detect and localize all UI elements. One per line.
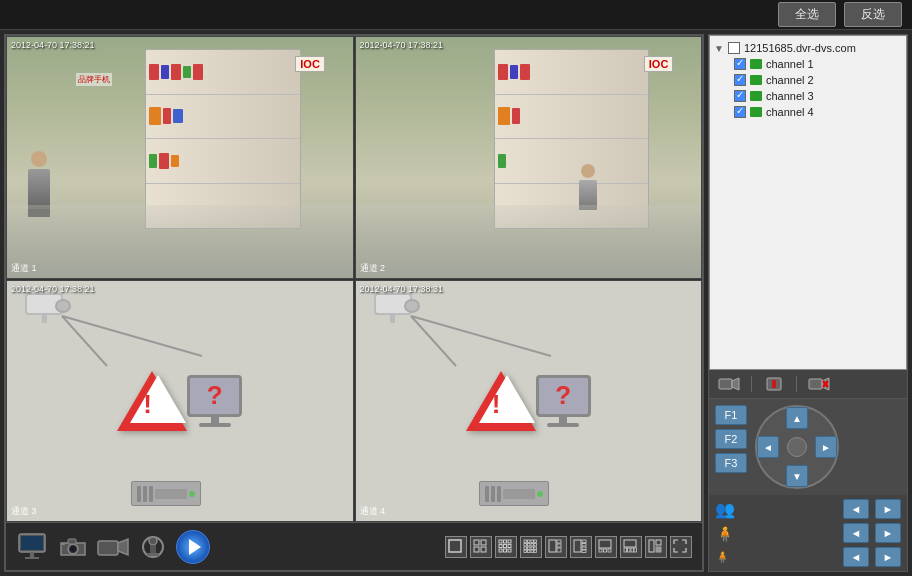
ptz-left-button[interactable]: ◄ (757, 436, 779, 458)
zoom-row-2: 🧍 ◄ ► (715, 523, 901, 543)
stop-icon[interactable] (760, 374, 788, 394)
zoom-out-2[interactable]: ► (875, 523, 901, 543)
sign-text: 品牌手机 (76, 73, 112, 86)
svg-rect-59 (604, 549, 607, 552)
svg-rect-12 (98, 541, 118, 555)
svg-rect-10 (68, 539, 76, 544)
svg-rect-50 (557, 544, 561, 547)
svg-rect-77 (809, 379, 822, 389)
video-panel: 2012-04-70 17:38:21 (4, 34, 704, 572)
video-cell-2[interactable]: 2012-04-70 17:38:21 (355, 36, 703, 279)
channel-item-3[interactable]: channel 3 (714, 88, 902, 104)
person-figure-2 (579, 164, 597, 210)
channel-item-2[interactable]: channel 2 (714, 72, 902, 88)
play-button[interactable] (176, 530, 210, 564)
channel-item-4[interactable]: channel 4 (714, 104, 902, 120)
layout-4x4[interactable] (520, 536, 542, 558)
ch1-cam-indicator (750, 59, 762, 69)
svg-rect-55 (582, 547, 586, 550)
ptz-right-button[interactable]: ► (815, 436, 837, 458)
layout-1x1[interactable] (445, 536, 467, 558)
ch4-cam-indicator (750, 107, 762, 117)
svg-rect-43 (534, 547, 537, 550)
tree-root-item[interactable]: ▼ 12151685.dvr-dvs.com (714, 40, 902, 56)
svg-rect-62 (624, 548, 627, 552)
monitor-3: ? (187, 375, 242, 427)
root-checkbox[interactable] (728, 42, 740, 54)
svg-rect-61 (624, 540, 636, 547)
dvr-box-3 (131, 481, 201, 506)
svg-point-15 (149, 537, 157, 545)
record-icon[interactable] (715, 374, 743, 394)
layout-3x3[interactable] (495, 536, 517, 558)
svg-rect-24 (504, 540, 507, 543)
monitor-icon[interactable] (16, 530, 50, 564)
svg-rect-48 (549, 540, 556, 552)
layout-2x2[interactable] (470, 536, 492, 558)
layout-mixed-5[interactable] (645, 536, 667, 558)
ptz-section: F1 F2 F3 ▲ ▼ ◄ ► (709, 399, 907, 495)
svg-rect-36 (524, 543, 527, 546)
svg-rect-64 (631, 548, 634, 552)
ptz-down-button[interactable]: ▼ (786, 465, 808, 487)
ptz-cam-icon[interactable] (136, 530, 170, 564)
video-cell-3[interactable]: 2012-04-70 17:38:21 (6, 280, 354, 523)
ch3-checkbox[interactable] (734, 90, 746, 102)
divider-2 (796, 376, 797, 392)
layout-fullscreen[interactable] (670, 536, 692, 558)
svg-rect-25 (508, 540, 511, 543)
svg-rect-34 (531, 540, 534, 543)
zoom-persons-icon: 👥 (715, 500, 735, 519)
svg-rect-65 (634, 548, 637, 552)
svg-rect-45 (528, 550, 531, 553)
zoom-out-1[interactable]: ► (875, 499, 901, 519)
zoom-out-3[interactable]: ► (875, 547, 901, 567)
svg-rect-46 (531, 550, 534, 553)
svg-line-0 (62, 316, 202, 356)
zoom-in-3[interactable]: ◄ (843, 547, 869, 567)
video-cell-1[interactable]: 2012-04-70 17:38:21 (6, 36, 354, 279)
ptz-center-button[interactable] (787, 437, 807, 457)
layout-mixed-1[interactable] (545, 536, 567, 558)
f2-button[interactable]: F2 (715, 429, 747, 449)
select-all-button[interactable]: 全选 (778, 2, 836, 27)
warning-triangle-4: ! (466, 371, 536, 431)
svg-point-9 (70, 546, 76, 552)
svg-rect-21 (474, 547, 479, 552)
svg-rect-66 (649, 540, 654, 552)
zoom-in-1[interactable]: ◄ (843, 499, 869, 519)
ptz-up-button[interactable]: ▲ (786, 407, 808, 429)
camera-icon-3 (25, 293, 63, 323)
layout-mixed-3[interactable] (595, 536, 617, 558)
svg-rect-71 (659, 550, 661, 552)
f3-button[interactable]: F3 (715, 453, 747, 473)
svg-rect-5 (21, 536, 43, 550)
layout-mixed-2[interactable] (570, 536, 592, 558)
channel-label-4: 通道 4 (360, 505, 386, 518)
ch1-checkbox[interactable] (734, 58, 746, 70)
zoom-in-2[interactable]: ◄ (843, 523, 869, 543)
channel-item-1[interactable]: channel 1 (714, 56, 902, 72)
bottom-toolbar (6, 522, 702, 570)
ch4-checkbox[interactable] (734, 106, 746, 118)
invert-selection-button[interactable]: 反选 (844, 2, 902, 27)
video-camera-icon[interactable] (96, 530, 130, 564)
svg-rect-39 (534, 543, 537, 546)
svg-rect-52 (574, 540, 581, 552)
layout-mixed-4[interactable] (620, 536, 642, 558)
ch2-checkbox[interactable] (734, 74, 746, 86)
svg-rect-29 (499, 549, 502, 552)
channel-label-3: 通道 3 (11, 505, 37, 518)
timestamp-4: 2012-04-70 17:38:31 (360, 284, 444, 294)
svg-rect-72 (719, 379, 732, 389)
svg-rect-23 (499, 540, 502, 543)
svg-rect-11 (62, 543, 65, 545)
camera-toolbar-icon[interactable] (56, 530, 90, 564)
svg-rect-16 (150, 545, 156, 553)
svg-rect-63 (628, 548, 631, 552)
f1-button[interactable]: F1 (715, 405, 747, 425)
video-cell-4[interactable]: 2012-04-70 17:38:31 (355, 280, 703, 523)
tree-expand-icon[interactable]: ▼ (714, 43, 724, 54)
svg-rect-22 (481, 547, 486, 552)
mute-icon[interactable] (805, 374, 833, 394)
